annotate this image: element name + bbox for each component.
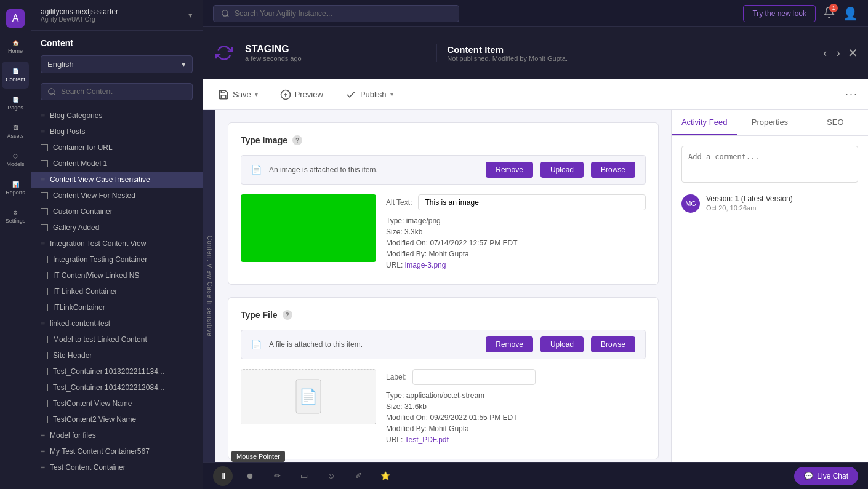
image-remove-button[interactable]: Remove — [486, 162, 533, 178]
bottom-pen-icon[interactable]: ✏ — [267, 466, 287, 486]
sidebar-item-testcontent-view-name[interactable]: TestContent View Name — [31, 396, 203, 411]
sidebar-item-it-contentview[interactable]: IT ContentView Linked NS — [31, 268, 203, 284]
file-label-row: Label: — [386, 369, 646, 385]
save-button[interactable]: Save ▾ — [213, 87, 263, 103]
sidebar-item-content-view-case[interactable]: ≡Content View Case Insensitive — [31, 172, 203, 188]
sidebar-item-label: IT Linked Container — [53, 287, 118, 296]
sidebar-item-gallery-added[interactable]: Gallery Added — [31, 220, 203, 236]
sidebar-item-blog-categories[interactable]: ≡Blog Categories — [31, 108, 203, 124]
bottom-edit-icon[interactable]: ✐ — [348, 466, 368, 486]
file-attached-bar: 📄 A file is attached to this item. Remov… — [241, 330, 646, 359]
prev-button[interactable]: ‹ — [821, 44, 829, 62]
user-icon[interactable]: 👤 — [843, 6, 858, 21]
content-item-info: Content Item Not published. Modified by … — [436, 44, 811, 62]
tab-seo[interactable]: SEO — [803, 110, 868, 135]
file-url-link[interactable]: Test_PDF.pdf — [404, 435, 448, 444]
notifications-icon[interactable]: 1 — [823, 6, 835, 20]
nav-pages[interactable]: 📑 Pages — [2, 90, 29, 117]
bottom-rectangle-icon[interactable]: ▭ — [294, 466, 314, 486]
bottom-star-icon[interactable]: ⭐ — [376, 466, 395, 486]
live-chat-button[interactable]: 💬 Live Chat — [794, 467, 858, 485]
sidebar-item-model-for-files[interactable]: ≡Model for files — [31, 427, 203, 443]
sidebar-item-model-linked[interactable]: Model to test Linked Content — [31, 332, 203, 348]
expand-icon[interactable]: ▾ — [188, 10, 193, 20]
file-browse-button[interactable]: Browse — [591, 336, 635, 352]
sidebar-item-it-linked[interactable]: IT Linked Container — [31, 284, 203, 300]
close-button[interactable]: ✕ — [848, 46, 858, 60]
image-browse-button[interactable]: Browse — [591, 162, 635, 178]
bottom-bar: ⏸ ⏺ ✏ ▭ ☺ ✐ ⭐ Mouse Pointer 💬 Live Chat — [203, 462, 868, 489]
sidebar-item-custom-container[interactable]: Custom Container — [31, 204, 203, 220]
nav-assets[interactable]: 🖼 Assets — [2, 118, 29, 145]
image-upload-button[interactable]: Upload — [540, 162, 584, 178]
sidebar-item-blog-posts[interactable]: ≡Blog Posts — [31, 124, 203, 140]
content-icon: 📄 — [12, 68, 19, 74]
next-button[interactable]: › — [834, 44, 843, 62]
staging-title: STAGING — [245, 44, 427, 55]
file-upload-button[interactable]: Upload — [540, 336, 584, 352]
top-bar-right: Try the new look 1 👤 — [743, 5, 858, 22]
box-icon — [41, 400, 48, 407]
sidebar-item-integration-test[interactable]: ≡Integration Test Content View — [31, 236, 203, 252]
version-date: Oct 20, 10:26am — [706, 204, 793, 212]
bottom-stop-icon[interactable]: ⏺ — [240, 466, 260, 486]
sidebar-item-content-view-nested[interactable]: Content View For Nested — [31, 188, 203, 204]
type-file-help-icon[interactable]: ? — [283, 310, 292, 320]
main-area: Try the new look 1 👤 STAGING a few secon… — [203, 0, 868, 489]
nav-content[interactable]: 📄 Content — [2, 62, 29, 89]
file-attached-text: A file is attached to this item. — [269, 340, 478, 349]
search-input[interactable] — [61, 87, 186, 96]
sidebar-item-test-container-1[interactable]: Test_Container 1013202211134... — [31, 364, 203, 380]
image-type: Type: image/png — [386, 217, 646, 225]
bottom-pause-icon[interactable]: ⏸ — [213, 466, 233, 486]
preview-button[interactable]: Preview — [275, 87, 328, 103]
search-bar — [41, 83, 193, 100]
nav-home[interactable]: 🏠 Home — [2, 33, 29, 60]
image-url: URL: image-3.png — [386, 261, 646, 269]
staging-sync-icon — [213, 42, 235, 64]
search-icon — [221, 9, 230, 18]
sidebar: agilitycms-nextjs-starter Agility Dev/UA… — [31, 0, 203, 489]
image-url-link[interactable]: image-3.png — [405, 261, 446, 269]
sidebar-item-label: Integration Test Content View — [50, 239, 146, 248]
type-image-help-icon[interactable]: ? — [292, 135, 302, 145]
sidebar-item-label: linked-content-test — [50, 319, 110, 328]
file-label-input[interactable] — [412, 369, 536, 385]
nav-reports[interactable]: 📊 Reports — [2, 175, 29, 202]
bottom-emoji-icon[interactable]: ☺ — [321, 466, 341, 486]
publish-label: Publish — [360, 90, 387, 99]
file-remove-button[interactable]: Remove — [486, 336, 533, 352]
staging-bar: STAGING a few seconds ago Content Item N… — [203, 27, 868, 79]
sidebar-item-integration-testing[interactable]: Integration Testing Container — [31, 252, 203, 268]
sidebar-item-my-test-content[interactable]: ≡My Test Content Container567 — [31, 443, 203, 459]
comment-input[interactable] — [681, 146, 858, 183]
more-options-button[interactable]: ··· — [845, 88, 858, 101]
sidebar-item-test-content-container[interactable]: ≡Test Content Container — [31, 459, 203, 475]
sidebar-item-content-model-1[interactable]: Content Model 1 — [31, 156, 203, 172]
sidebar-item-label: Site Header — [53, 351, 92, 360]
global-search-input[interactable] — [235, 9, 451, 18]
nav-models[interactable]: ⬡ Models — [2, 146, 29, 173]
try-new-button[interactable]: Try the new look — [743, 5, 816, 22]
svg-text:📄: 📄 — [299, 388, 318, 405]
tab-properties[interactable]: Properties — [737, 110, 802, 135]
sidebar-item-itlink-container[interactable]: ITLinkContainer — [31, 300, 203, 316]
sidebar-item-container-for-url[interactable]: Container for URL — [31, 140, 203, 156]
file-type: Type: application/octet-stream — [386, 391, 646, 400]
sidebar-item-test-container-2[interactable]: Test_Container 1014202212084... — [31, 380, 203, 396]
sidebar-item-site-header[interactable]: Site Header — [31, 348, 203, 364]
tab-activity-feed[interactable]: Activity Feed — [672, 110, 737, 135]
sidebar-item-label: TestContent View Name — [53, 399, 132, 408]
type-image-section: Type Image ? 📄 An image is attached to t… — [228, 122, 659, 285]
pages-icon: 📑 — [12, 97, 19, 103]
language-select[interactable]: English ▾ — [41, 55, 193, 73]
sidebar-header: agilitycms-nextjs-starter Agility Dev/UA… — [31, 0, 203, 31]
nav-settings[interactable]: ⚙ Settings — [2, 203, 29, 230]
alt-text-input[interactable] — [418, 194, 646, 210]
file-modified-on: Modified On: 09/29/2022 01:55 PM EDT — [386, 413, 646, 422]
sidebar-item-testcontent2-view-name[interactable]: TestContent2 View Name — [31, 411, 203, 427]
publish-button[interactable]: Publish ▾ — [340, 87, 398, 103]
box-icon — [41, 224, 48, 231]
staging-nav: ‹ › ✕ — [821, 44, 858, 62]
sidebar-item-linked-content-test[interactable]: ≡linked-content-test — [31, 316, 203, 332]
